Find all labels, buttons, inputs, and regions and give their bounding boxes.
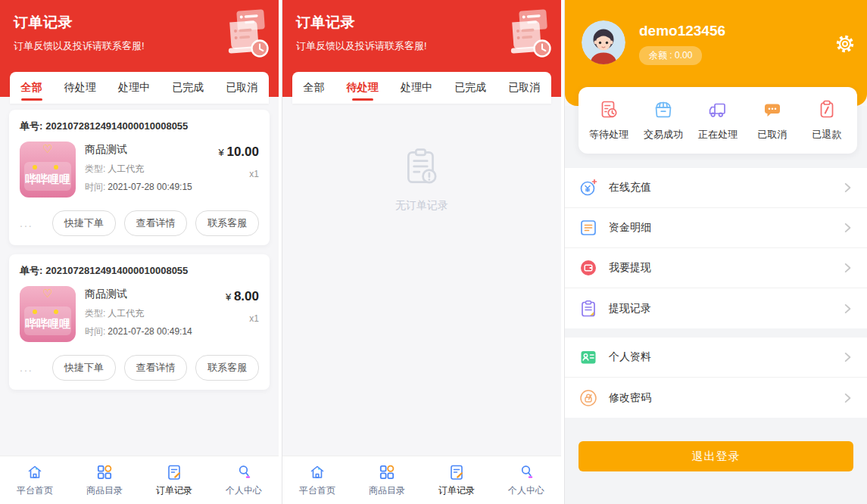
menu-item-recharge[interactable]: 在线充值 [565, 168, 867, 208]
user-icon [517, 463, 535, 481]
contact-service-button[interactable]: 联系客服 [195, 355, 259, 381]
more-actions-button[interactable]: ... [20, 362, 44, 374]
change-password-icon [579, 388, 598, 408]
profile-card-icon [579, 347, 598, 367]
empty-state-text: 无订单记录 [395, 199, 448, 213]
nav-item-profile[interactable]: 个人中心 [491, 456, 561, 504]
more-actions-button[interactable]: ... [20, 217, 44, 229]
chevron-right-icon [841, 222, 853, 234]
tab-all[interactable]: 全部 [20, 73, 44, 102]
chevron-right-icon [841, 351, 853, 363]
withdraw-wallet-icon [579, 258, 598, 278]
type-label: 类型: [85, 163, 105, 174]
type-value: 人工代充 [108, 163, 144, 174]
menu-label: 资金明细 [609, 221, 841, 235]
status-item-success[interactable]: 交易成功 [636, 98, 691, 154]
order-number-row: 单号:20210728124914000010008055 [20, 264, 259, 278]
quick-order-button[interactable]: 快捷下单 [52, 355, 116, 381]
nav-item-home[interactable]: 平台首页 [0, 456, 70, 504]
tv-eye-icon [54, 310, 58, 314]
quick-order-button[interactable]: 快捷下单 [52, 210, 116, 236]
currency-symbol: ¥ [226, 291, 231, 303]
currency-symbol: ¥ [219, 147, 224, 158]
time-label: 时间: [85, 182, 105, 192]
pending-doc-clock-icon [597, 98, 620, 121]
status-item-pending[interactable]: 等待处理 [582, 98, 636, 154]
view-details-button[interactable]: 查看详情 [124, 210, 188, 236]
menu-item-change-password[interactable]: 修改密码 [565, 378, 867, 418]
order-number-label: 单号: [20, 120, 42, 132]
menu-label: 我要提现 [609, 261, 841, 275]
bottom-nav: 平台首页 商品目录 订单记录 [282, 456, 561, 504]
product-time-row: 时间:2021-07-28 00:49:15 [85, 181, 212, 194]
view-details-button[interactable]: 查看详情 [124, 355, 188, 381]
menu-group-funds: 在线充值 资金明细 我要提 [565, 168, 867, 328]
package-icon [652, 98, 675, 121]
menu-label: 个人资料 [609, 350, 841, 364]
tv-eye-icon [33, 165, 37, 170]
nav-item-home[interactable]: 平台首页 [282, 456, 352, 504]
refund-clipboard-pen-icon [816, 98, 838, 121]
app-root: 订单记录 订单反馈以及投诉请联系客服! [0, 0, 867, 504]
menu-item-withdraw-record[interactable]: 提现记录 [565, 288, 867, 328]
price-amount: 10.00 [226, 145, 259, 159]
status-label: 正在处理 [698, 128, 738, 142]
tab-cancelled[interactable]: 已取消 [224, 73, 259, 102]
catalog-grid-icon [95, 463, 114, 481]
panel-order-list-pending: 订单记录 订单反馈以及投诉请联系客服! [282, 0, 561, 504]
menu-item-withdraw[interactable]: 我要提现 [565, 248, 867, 288]
price-amount: 8.00 [234, 289, 259, 303]
order-card: 单号:20210728124914000010008055 ♡ 哔哔哩哩 商品测… [9, 110, 270, 245]
tab-processing[interactable]: 处理中 [117, 73, 151, 102]
type-label: 类型: [85, 308, 105, 319]
nav-item-catalog[interactable]: 商品目录 [352, 456, 422, 504]
order-list: 单号:20210728124914000010008055 ♡ 哔哔哩哩 商品测… [0, 104, 279, 456]
menu-item-profile-info[interactable]: 个人资料 [565, 338, 867, 378]
time-value: 2021-07-28 00:49:15 [108, 182, 192, 192]
product-time-row: 时间:2021-07-28 00:49:14 [85, 325, 212, 338]
nav-label: 商品目录 [86, 484, 123, 497]
status-label: 等待处理 [589, 128, 628, 142]
product-type-row: 类型:人工代充 [85, 307, 212, 320]
nav-item-profile[interactable]: 个人中心 [209, 456, 279, 504]
tab-completed[interactable]: 已完成 [170, 73, 205, 102]
tab-cancelled[interactable]: 已取消 [507, 73, 541, 102]
order-card: 单号:20210728124914000010008055 ♡ 哔哔哩哩 商品测… [9, 254, 270, 390]
tv-eye-icon [33, 310, 37, 314]
status-item-processing[interactable]: 正在处理 [691, 98, 745, 154]
truck-icon [706, 98, 729, 121]
tab-completed[interactable]: 已完成 [453, 73, 488, 102]
settings-gear-icon[interactable] [834, 33, 856, 58]
nav-label: 订单记录 [156, 484, 192, 497]
tab-pending[interactable]: 待处理 [345, 73, 380, 102]
chevron-right-icon [841, 392, 853, 404]
tab-all[interactable]: 全部 [302, 73, 326, 102]
username: demo123456 [639, 23, 725, 39]
status-item-cancelled[interactable]: 已取消 [745, 98, 800, 154]
nav-item-catalog[interactable]: 商品目录 [70, 456, 139, 504]
chevron-right-icon [841, 303, 853, 315]
status-item-refunded[interactable]: 已退款 [800, 98, 854, 154]
menu-item-funds-detail[interactable]: 资金明细 [565, 208, 867, 248]
order-price: ¥ 10.00 [212, 145, 259, 160]
catalog-grid-icon [378, 463, 396, 481]
tab-pending[interactable]: 待处理 [63, 73, 98, 102]
time-label: 时间: [85, 326, 105, 337]
nav-item-orders[interactable]: 订单记录 [422, 456, 491, 504]
home-icon [26, 463, 44, 481]
time-value: 2021-07-28 00:49:14 [108, 326, 192, 337]
tv-eye-icon [54, 165, 58, 170]
funds-list-icon [579, 218, 598, 238]
receipt-clock-icon [505, 8, 552, 64]
tab-processing[interactable]: 处理中 [399, 73, 434, 102]
menu-group-account: 个人资料 修改密码 [565, 338, 867, 418]
logout-button[interactable]: 退出登录 [579, 441, 853, 471]
order-list-empty: 无订单记录 [282, 104, 561, 456]
nav-label: 平台首页 [299, 484, 335, 497]
panel-order-list-all: 订单记录 订单反馈以及投诉请联系客服! [0, 0, 279, 504]
status-label: 已退款 [812, 128, 842, 142]
nav-item-orders[interactable]: 订单记录 [139, 456, 209, 504]
contact-service-button[interactable]: 联系客服 [195, 210, 259, 236]
product-type-row: 类型:人工代充 [85, 163, 212, 176]
home-icon [308, 463, 326, 481]
